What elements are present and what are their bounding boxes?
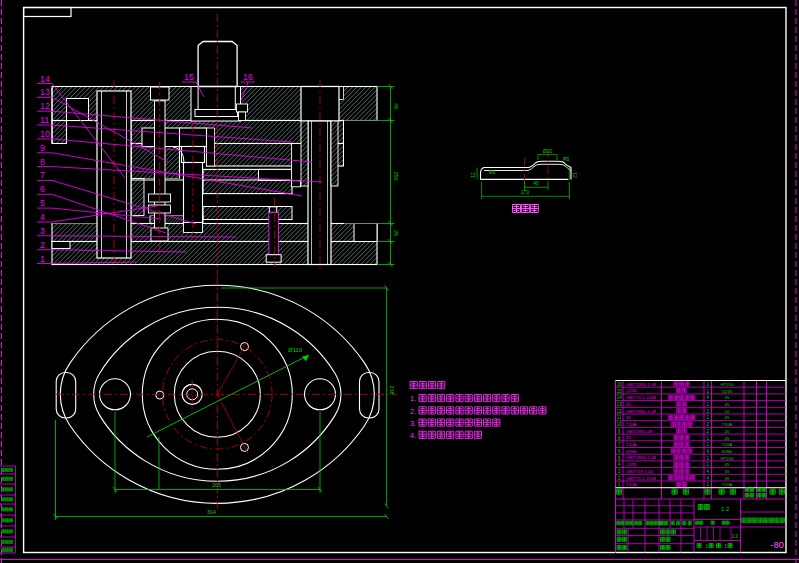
svg-text:1: 1 [706, 456, 709, 461]
svg-text:45: 45 [725, 462, 730, 467]
svg-text:205: 205 [212, 482, 221, 488]
svg-text:4: 4 [40, 212, 45, 222]
svg-text:Ø20: Ø20 [543, 148, 553, 154]
svg-text:HT200: HT200 [720, 456, 734, 461]
svg-text:12: 12 [470, 172, 476, 178]
svg-text:13: 13 [40, 87, 50, 97]
svg-text:4.: 4. [410, 431, 416, 440]
svg-text:GB/T2861-08: GB/T2861-08 [626, 429, 653, 434]
svg-text:T10A: T10A [722, 482, 733, 487]
svg-text:T10A: T10A [626, 422, 637, 427]
svg-text:GB/T119.1-00: GB/T119.1-00 [626, 469, 654, 474]
svg-text:20: 20 [725, 409, 730, 414]
svg-text:2: 2 [40, 240, 45, 250]
svg-text:12: 12 [572, 172, 578, 178]
svg-text:10: 10 [617, 422, 623, 427]
svg-text:1: 1 [706, 402, 709, 407]
svg-text:6: 6 [40, 184, 45, 194]
svg-text:1: 1 [706, 462, 709, 467]
svg-text:1: 1 [40, 254, 45, 264]
svg-text:314: 314 [207, 509, 216, 515]
svg-text:4: 4 [706, 395, 709, 400]
svg-text:9: 9 [618, 429, 621, 434]
svg-text:Q235: Q235 [626, 388, 637, 393]
svg-text:8: 8 [40, 157, 45, 167]
svg-text:14: 14 [617, 395, 623, 400]
svg-text:65Mn: 65Mn [626, 449, 638, 454]
svg-text:3.: 3. [410, 419, 416, 428]
svg-text:4: 4 [706, 449, 709, 454]
svg-text:1: 1 [706, 436, 709, 441]
svg-text:T10A: T10A [722, 442, 733, 447]
svg-text:16: 16 [243, 72, 253, 82]
svg-text:1: 1 [706, 382, 709, 387]
svg-text:14: 14 [40, 74, 50, 84]
svg-text:1: 1 [706, 415, 709, 420]
svg-text:GB/T2855.1-08: GB/T2855.1-08 [626, 382, 657, 387]
svg-text:12: 12 [40, 101, 50, 111]
svg-text:GB/T2861.1-08: GB/T2861.1-08 [626, 409, 657, 414]
svg-text:1:2: 1:2 [732, 534, 739, 539]
svg-text:15: 15 [184, 72, 194, 82]
svg-text:35: 35 [725, 395, 730, 400]
svg-text:GB/T70.1-2008: GB/T70.1-2008 [626, 476, 657, 481]
svg-text:6: 6 [618, 449, 621, 454]
svg-text:5: 5 [618, 456, 621, 461]
svg-text:8: 8 [618, 436, 621, 441]
svg-text:1: 1 [706, 442, 709, 447]
svg-text:45: 45 [725, 415, 730, 420]
svg-text:35: 35 [725, 469, 730, 474]
svg-text:15: 15 [617, 389, 623, 394]
svg-text:4: 4 [618, 462, 621, 467]
svg-text:R5: R5 [563, 156, 570, 162]
svg-text:218: 218 [389, 385, 395, 394]
svg-text:12: 12 [617, 409, 623, 414]
svg-text:7: 7 [618, 442, 621, 447]
svg-text:250: 250 [393, 171, 399, 180]
svg-text:1: 1 [618, 482, 621, 487]
svg-text:T10A: T10A [626, 482, 637, 487]
svg-text:65Mn: 65Mn [722, 449, 734, 454]
svg-text:1: 1 [706, 482, 709, 487]
svg-text:35: 35 [725, 476, 730, 481]
svg-text:1: 1 [706, 389, 709, 394]
svg-text:GB/T70.1-2008: GB/T70.1-2008 [626, 395, 657, 400]
svg-text:T10A: T10A [626, 442, 637, 447]
svg-text:170: 170 [521, 189, 530, 195]
svg-text:2: 2 [706, 429, 709, 434]
svg-text:T10A: T10A [722, 422, 733, 427]
svg-text:11: 11 [617, 415, 622, 420]
svg-text:45: 45 [626, 402, 631, 407]
svg-text:10: 10 [40, 129, 50, 139]
svg-text:Q235: Q235 [722, 389, 733, 394]
svg-text:4: 4 [706, 469, 709, 474]
svg-text:20: 20 [725, 429, 730, 434]
svg-text:45: 45 [725, 402, 730, 407]
svg-text:7: 7 [40, 170, 45, 180]
svg-text:Ø110: Ø110 [288, 347, 303, 353]
svg-text:1.: 1. [410, 394, 416, 403]
svg-text:16: 16 [617, 382, 623, 387]
svg-text:2: 2 [618, 476, 621, 481]
svg-text:45: 45 [626, 415, 631, 420]
svg-text:2: 2 [706, 409, 709, 414]
svg-text:R5: R5 [489, 169, 496, 175]
svg-text:4: 4 [706, 476, 709, 481]
svg-text:9: 9 [40, 143, 45, 153]
svg-text:3: 3 [40, 226, 45, 236]
svg-text:HT200: HT200 [720, 382, 734, 387]
svg-text:3: 3 [618, 469, 621, 474]
svg-text:2.: 2. [410, 407, 416, 416]
svg-text:11: 11 [40, 115, 49, 125]
svg-text:Q235: Q235 [626, 462, 637, 467]
svg-text:2: 2 [706, 422, 709, 427]
svg-text:1:2: 1:2 [721, 506, 730, 512]
svg-text:13: 13 [617, 402, 623, 407]
svg-text:GB/T2855.2-08: GB/T2855.2-08 [626, 455, 657, 460]
svg-text:45: 45 [393, 103, 399, 109]
svg-text:45: 45 [725, 436, 730, 441]
svg-text:-80: -80 [770, 539, 784, 550]
svg-text:25: 25 [393, 230, 399, 236]
svg-text:5: 5 [40, 198, 45, 208]
svg-text:45: 45 [626, 435, 631, 440]
